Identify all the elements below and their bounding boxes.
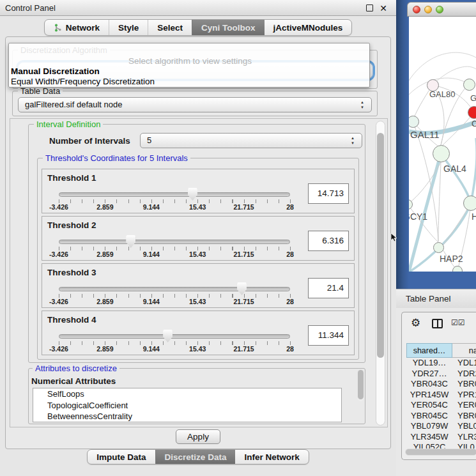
network-edges: [409, 17, 476, 272]
threshold-3-value-field[interactable]: 21.4: [308, 278, 349, 298]
threshold-1-slider-thumb[interactable]: [188, 188, 197, 201]
threshold-1-row: Threshold 1 -3.4262.8599.14415.4321.7152…: [42, 169, 355, 213]
threshold-1-value-field[interactable]: 14.713: [308, 183, 349, 204]
table-row[interactable]: YDL19…YDL1: [406, 358, 476, 369]
threshold-2-row: Threshold 2 -3.4262.8599.14415.4321.7152…: [42, 216, 355, 261]
slider-scale: -3.4262.8599.14415.4321.71528: [59, 298, 290, 306]
interval-definition-title: Interval Definition: [34, 119, 103, 129]
network-node-label: GA: [470, 93, 476, 103]
table-rows: YDL19…YDL1YDR27…YDR2YBR043CYBR0YPR145WYP…: [406, 358, 476, 452]
network-node[interactable]: [463, 196, 476, 211]
tab-jactivemnodules[interactable]: jActiveMNodules: [265, 20, 352, 35]
tab-cyni-toolbox[interactable]: Cyni Toolbox: [192, 20, 265, 35]
split-view-icon[interactable]: [432, 319, 443, 328]
number-of-intervals-combobox[interactable]: 5 ▲▼: [140, 133, 362, 148]
slider-scale: -3.4262.8599.14415.4321.71528: [59, 250, 290, 259]
network-node[interactable]: [452, 266, 463, 272]
network-node-label: H: [472, 211, 476, 222]
settings-vertical-scrollbar[interactable]: [376, 121, 385, 426]
network-view-window: GAL80GACGAL11GAL4GCY1HHAP2: [396, 0, 476, 289]
float-window-icon[interactable]: [366, 4, 373, 12]
table-row[interactable]: YBL079WYBL0: [406, 421, 476, 432]
close-icon[interactable]: ✕: [380, 1, 387, 17]
threshold-2-slider[interactable]: [59, 240, 290, 244]
table-row[interactable]: YLR345WYLR3: [406, 432, 476, 443]
tab-select[interactable]: Select: [148, 20, 192, 35]
slider-scale-label: -3.426: [49, 298, 68, 305]
tab-network[interactable]: Network: [45, 20, 109, 35]
column-header-name[interactable]: name: [452, 343, 476, 358]
combobox-stepper-icon: ▲▼: [359, 100, 365, 110]
network-node[interactable]: [409, 116, 419, 128]
mouse-cursor: [390, 233, 398, 243]
network-node[interactable]: [433, 242, 444, 253]
table-row[interactable]: YBR045CYBR0: [406, 411, 476, 422]
attribute-list-scrollbar[interactable]: [358, 370, 364, 401]
slider-scale-label: 21.715: [234, 298, 254, 305]
threshold-3-slider[interactable]: [59, 287, 290, 291]
threshold-4-slider[interactable]: [59, 334, 290, 339]
threshold-4-slider-thumb[interactable]: [163, 330, 173, 342]
tab-style[interactable]: Style: [109, 20, 148, 35]
slider-scale-label: 15.43: [189, 298, 206, 305]
threshold-3-slider-thumb[interactable]: [237, 282, 247, 295]
column-header-shared[interactable]: shared…: [406, 343, 452, 358]
table-row[interactable]: YPR145WYPR1: [406, 390, 476, 401]
threshold-4-value-field[interactable]: 11.344: [308, 325, 349, 346]
gear-icon[interactable]: ⚙: [411, 316, 420, 330]
table-cell-shared: YER054C: [406, 400, 452, 411]
option-manual-discretization[interactable]: Manual Discretization: [9, 66, 369, 77]
numerical-attributes-list[interactable]: SelfLoopsTopologicalCoefficientBetweenne…: [33, 388, 342, 422]
table-horizontal-scrollbar[interactable]: [405, 449, 476, 456]
table-data-combobox[interactable]: galFiltered.sif default node ▲▼: [18, 97, 372, 112]
attribute-list-item[interactable]: SelfLoops: [33, 388, 341, 400]
network-node-label: HAP2: [440, 254, 463, 264]
slider-scale-label: -3.426: [49, 203, 68, 211]
minimize-traffic-light-icon[interactable]: [424, 6, 432, 13]
checkbox-columns-icon[interactable]: ☑☑: [451, 318, 465, 327]
threshold-1-slider[interactable]: [59, 192, 290, 197]
tab-discretize-data[interactable]: Discretize Data: [155, 450, 236, 464]
threshold-2-value-field[interactable]: 6.316: [308, 231, 349, 251]
cyni-toolbox-panel: Discretization Algorithm Select algorith…: [5, 36, 391, 449]
network-node[interactable]: [433, 145, 450, 162]
slider-scale-label: 21.715: [234, 203, 254, 211]
slider-scale-label: 28: [286, 250, 294, 258]
table-cell-name: YBR0: [452, 411, 476, 422]
table-row[interactable]: YBR043CYBR0: [406, 379, 476, 390]
network-icon: [54, 24, 62, 32]
network-canvas[interactable]: GAL80GACGAL11GAL4GCY1HHAP2: [409, 17, 476, 272]
slider-scale-label: 9.144: [143, 345, 160, 353]
threshold-4-label: Threshold 4: [47, 315, 96, 325]
combobox-stepper-icon: ▲▼: [349, 135, 356, 146]
slider-scale-label: 15.43: [189, 345, 206, 353]
table-row[interactable]: YDR27…YDR2: [406, 369, 476, 380]
network-node[interactable]: [468, 106, 476, 119]
attribute-list-item[interactable]: BetweennessCentrality: [33, 411, 341, 422]
table-cell-name: YBL0: [452, 421, 476, 432]
network-node[interactable]: [463, 79, 475, 91]
table-cell-name: YDL1: [452, 358, 476, 369]
slider-scale: -3.4262.8599.14415.4321.71528: [59, 203, 290, 211]
slider-scale: -3.4262.8599.14415.4321.71528: [59, 345, 290, 353]
slider-scale-label: 9.144: [143, 298, 160, 305]
table-row[interactable]: YER054CYER0: [406, 400, 476, 411]
zoom-traffic-light-icon[interactable]: [436, 6, 443, 13]
bottom-tab-bar: Impute Data Discretize Data Infer Networ…: [0, 449, 396, 464]
thresholds-coordinates-group: Threshold's Coordinates for 5 Intervals …: [37, 158, 359, 360]
tab-infer-network[interactable]: Infer Network: [235, 450, 308, 464]
slider-scale-label: 15.43: [189, 203, 206, 211]
apply-button[interactable]: Apply: [176, 429, 220, 444]
threshold-1-label: Threshold 1: [47, 173, 96, 183]
algorithm-placeholder-option[interactable]: Select algorithm to view settings: [9, 56, 369, 66]
option-equal-width-frequency[interactable]: Equal Width/Frequency Discretization: [9, 77, 369, 87]
interval-definition-group: Interval Definition Number of Intervals …: [28, 124, 365, 363]
attribute-list-item[interactable]: TopologicalCoefficient: [33, 400, 341, 411]
window-title: Control Panel: [5, 0, 56, 16]
table-cell-shared: YDL19…: [406, 358, 452, 369]
tab-impute-data[interactable]: Impute Data: [88, 450, 155, 464]
threshold-2-slider-thumb[interactable]: [126, 235, 135, 248]
close-traffic-light-icon[interactable]: [413, 6, 420, 13]
threshold-3-label: Threshold 3: [47, 268, 96, 277]
table-panel-header: Table Panel: [396, 289, 476, 308]
